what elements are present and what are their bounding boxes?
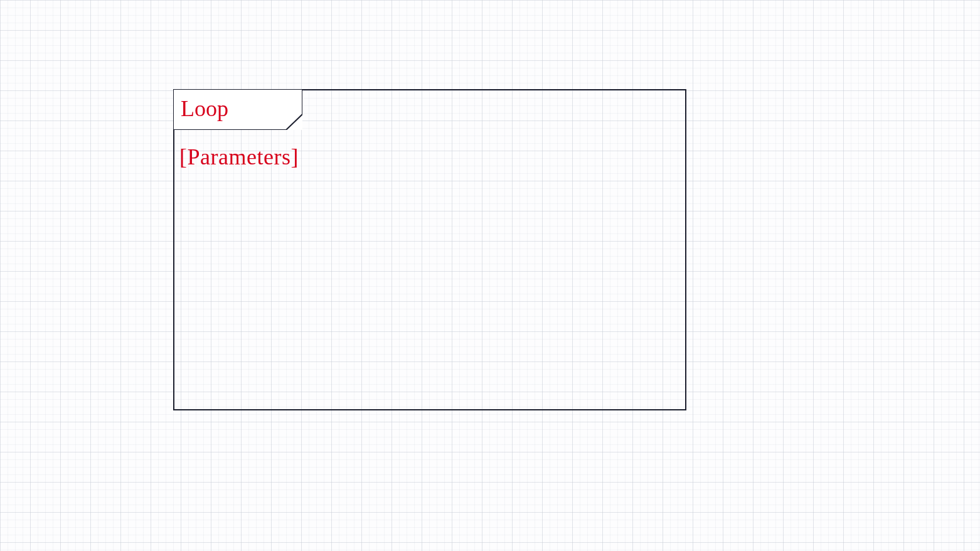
uml-operator-label[interactable]: Loop [181,95,228,122]
uml-fragment-operator-tab: Loop [173,89,302,130]
uml-loop-fragment[interactable]: Loop [Parameters] [173,89,686,410]
uml-guard-condition[interactable]: [Parameters] [179,144,299,170]
